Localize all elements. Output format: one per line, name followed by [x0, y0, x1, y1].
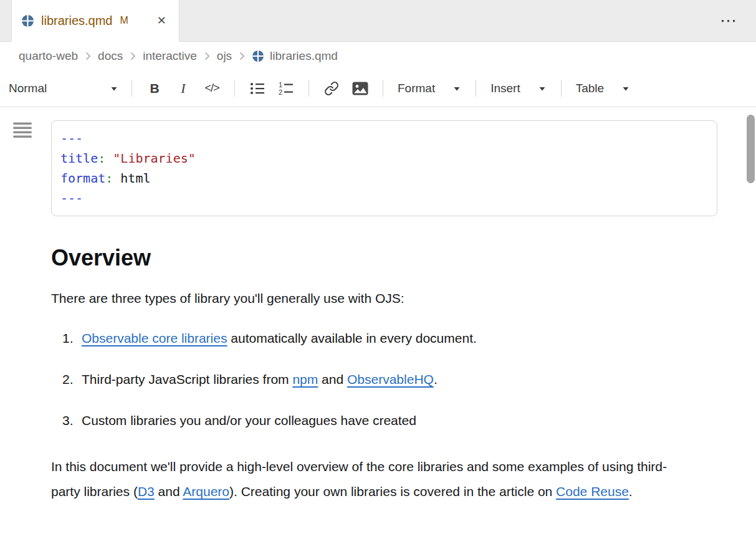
list-item[interactable]: 1.Observable core libraries automaticall… — [51, 326, 717, 351]
chevron-down-icon — [621, 85, 630, 92]
insert-menu[interactable]: Insert — [484, 76, 553, 101]
svg-text:1: 1 — [279, 81, 282, 88]
format-menu[interactable]: Format — [391, 76, 467, 101]
bold-button[interactable]: B — [140, 76, 169, 101]
breadcrumb-item-ojs[interactable]: ojs — [217, 49, 232, 63]
text-segment: automatically available in every documen… — [227, 331, 476, 345]
yaml-key-title: title — [60, 151, 98, 166]
bullet-list-button[interactable] — [243, 76, 272, 101]
yaml-line: --- — [60, 188, 708, 208]
text-segment: Custom libraries you and/or your colleag… — [82, 413, 416, 427]
breadcrumb-item-libraries-qmd[interactable]: libraries.qmd — [270, 49, 338, 63]
insert-link-button[interactable] — [317, 76, 346, 101]
block-drag-handle[interactable] — [13, 122, 32, 138]
chevron-down-icon — [110, 85, 118, 92]
yaml-value-format: html — [120, 171, 150, 186]
tab-libraries-qmd[interactable]: libraries.qmd M ✕ — [11, 0, 179, 41]
link-code-reuse[interactable]: Code Reuse — [556, 484, 629, 499]
yaml-line: --- — [60, 128, 708, 148]
numbered-list: 1.Observable core libraries automaticall… — [51, 326, 717, 433]
tab-title: libraries.qmd — [41, 14, 112, 28]
heading-overview[interactable]: Overview — [51, 245, 717, 271]
yaml-colon: : — [98, 151, 105, 166]
svg-text:2: 2 — [279, 88, 282, 96]
text-segment: . — [434, 372, 438, 386]
link-arquero[interactable]: Arquero — [183, 484, 229, 499]
more-actions-button[interactable]: ⋯ — [701, 0, 756, 41]
link-icon — [324, 81, 339, 96]
quarto-icon — [252, 50, 264, 62]
image-icon — [352, 82, 368, 95]
table-menu-label: Table — [576, 82, 604, 95]
list-number: 1. — [51, 326, 82, 351]
closing-paragraph[interactable]: In this document we'll provide a high-le… — [51, 454, 681, 504]
chevron-right-icon — [236, 50, 247, 62]
toolbar-separator — [234, 80, 235, 97]
scrollbar-thumb[interactable] — [747, 115, 755, 183]
paragraph-style-dropdown[interactable]: Normal — [7, 76, 123, 101]
toolbar-separator — [561, 80, 562, 97]
document-body: --- title:"Libraries" format:html --- Ov… — [0, 107, 756, 504]
yaml-key-format: format — [60, 171, 105, 186]
chevron-down-icon — [452, 85, 461, 92]
insert-image-button[interactable] — [346, 76, 375, 101]
list-number: 2. — [51, 367, 82, 392]
chevron-right-icon — [82, 50, 93, 62]
italic-button[interactable]: I — [169, 76, 198, 101]
breadcrumb-item-interactive[interactable]: interactive — [143, 49, 197, 63]
link-observablehq[interactable]: ObservableHQ — [347, 372, 434, 386]
yaml-front-matter[interactable]: --- title:"Libraries" format:html --- — [51, 120, 717, 216]
table-menu[interactable]: Table — [570, 76, 636, 101]
numbered-list-button[interactable]: 1 2 — [272, 76, 300, 101]
close-icon[interactable]: ✕ — [157, 15, 166, 26]
yaml-value-title: "Libraries" — [113, 151, 195, 166]
chevron-right-icon — [127, 50, 138, 62]
toolbar-separator — [309, 80, 309, 97]
numbered-list-icon: 1 2 — [278, 81, 294, 96]
link-d3[interactable]: D3 — [138, 484, 155, 499]
list-item[interactable]: 2.Third-party JavaScript libraries from … — [51, 367, 717, 392]
text-segment: and — [155, 484, 183, 499]
editor-canvas[interactable]: --- title:"Libraries" format:html --- Ov… — [0, 107, 756, 554]
format-menu-label: Format — [398, 82, 435, 95]
vertical-scrollbar[interactable] — [747, 111, 755, 550]
toolbar-separator — [476, 80, 476, 97]
text-segment: ). Creating your own libraries is covere… — [229, 484, 556, 499]
text-segment: and — [318, 372, 347, 386]
ellipsis-icon: ⋯ — [720, 11, 737, 31]
intro-paragraph[interactable]: There are three types of library you'll … — [51, 286, 681, 311]
italic-icon: I — [181, 80, 185, 97]
text-segment: Third-party JavaScript libraries from — [82, 372, 292, 386]
chevron-right-icon — [201, 50, 213, 62]
quarto-icon — [21, 14, 34, 27]
toolbar-separator — [132, 80, 132, 97]
git-modified-badge: M — [120, 15, 128, 26]
yaml-colon: : — [105, 171, 113, 186]
list-item[interactable]: 3.Custom libraries you and/or your colle… — [51, 408, 717, 433]
paragraph-style-label: Normal — [9, 82, 47, 95]
yaml-delimiter: --- — [60, 191, 83, 206]
insert-menu-label: Insert — [490, 82, 520, 95]
bold-icon: B — [150, 81, 159, 96]
breadcrumb-item-docs[interactable]: docs — [98, 49, 123, 63]
toolbar-separator — [383, 80, 383, 97]
link-npm[interactable]: npm — [292, 372, 318, 386]
editor-toolbar: Normal B I </> 1 2 — [0, 70, 756, 107]
tab-bar-spacer — [179, 0, 701, 41]
chevron-down-icon — [538, 85, 547, 92]
yaml-line: title:"Libraries" — [60, 148, 708, 168]
tab-bar: libraries.qmd M ✕ ⋯ — [0, 0, 756, 42]
yaml-line: format:html — [60, 168, 708, 188]
link-observable-core-libraries[interactable]: Observable core libraries — [82, 331, 227, 345]
bullet-list-icon — [249, 81, 266, 96]
breadcrumb-item-quarto-web[interactable]: quarto-web — [19, 49, 78, 63]
yaml-delimiter: --- — [60, 131, 83, 146]
list-number: 3. — [51, 408, 82, 433]
text-segment: . — [629, 484, 633, 499]
inline-code-button[interactable]: </> — [198, 76, 226, 101]
code-icon: </> — [204, 82, 219, 95]
breadcrumb: quarto-web docs interactive ojs librarie… — [0, 42, 756, 70]
